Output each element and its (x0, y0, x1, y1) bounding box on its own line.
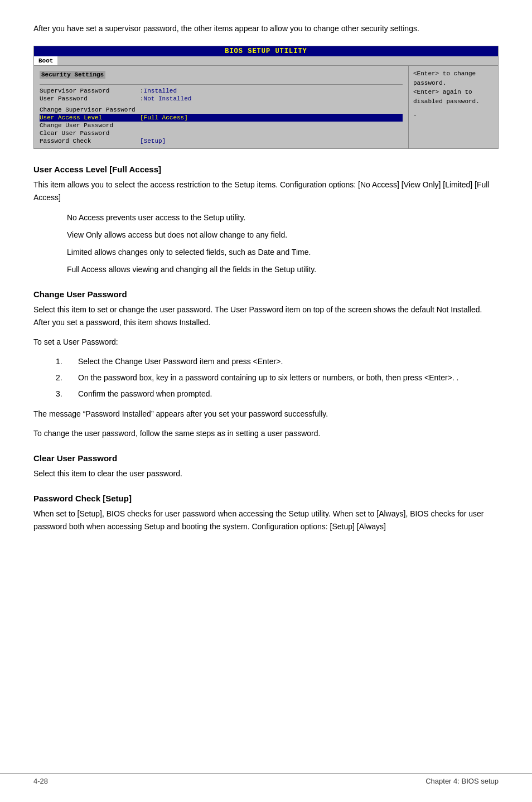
body-change-user-password-2: To set a User Password: (33, 336, 499, 349)
change-supervisor-label: Change Supervisor Password (40, 107, 140, 113)
heading-user-access-level: User Access Level [Full Access] (33, 165, 499, 174)
password-check-label: Password Check (40, 138, 140, 144)
numbered-list-change-password: 1. Select the Change User Password item … (56, 355, 499, 400)
body-after-list-1: The message “Password Installed” appears… (33, 408, 499, 421)
body-after-list-2: To change the user password, follow the … (33, 427, 499, 440)
section-clear-user-password: Clear User Password Select this item to … (33, 453, 499, 480)
indent-limited: Limited allows changes only to selected … (67, 246, 499, 259)
numbered-item-1: 1. Select the Change User Password item … (56, 355, 499, 368)
password-check-value: [Setup] (140, 138, 166, 144)
supervisor-password-label: Supervisor Password (40, 88, 140, 94)
sidebar-text: <Enter> to change password. <Enter> agai… (413, 69, 494, 120)
footer-right: Chapter 4: BIOS setup (425, 777, 499, 785)
bios-tab-boot[interactable]: Boot (34, 56, 57, 65)
item-text-1: Select the Change User Password item and… (78, 355, 499, 368)
user-password-value: Not Installed (144, 95, 192, 102)
supervisor-password-value: Installed (144, 88, 177, 94)
change-user-password-row[interactable]: Change User Password (40, 122, 403, 129)
numbered-item-3: 3. Confirm the password when prompted. (56, 388, 499, 400)
section-change-user-password: Change User Password Select this item to… (33, 289, 499, 440)
change-supervisor-row[interactable]: Change Supervisor Password (40, 106, 403, 114)
num-3: 3. (56, 388, 78, 400)
sidebar-line3: <Enter> again to (413, 88, 494, 97)
bios-main-panel: Security Settings Supervisor Password : … (34, 66, 409, 148)
body-password-check: When set to [Setup], BIOS checks for use… (33, 508, 499, 533)
sidebar-line1: <Enter> to change (413, 69, 494, 79)
change-user-password-label: Change User Password (40, 122, 140, 129)
password-check-row[interactable]: Password Check [Setup] (40, 137, 403, 145)
user-access-level-label: User Access Level (40, 114, 140, 121)
heading-clear-user-password: Clear User Password (33, 453, 499, 463)
user-password-row: User Password : Not Installed (40, 95, 403, 103)
bios-body: Security Settings Supervisor Password : … (34, 66, 498, 148)
indent-no-access: No Access prevents user access to the Se… (67, 211, 499, 224)
heading-change-user-password: Change User Password (33, 289, 499, 299)
bios-title: BIOS SETUP UTILITY (34, 46, 498, 56)
sidebar-dash: - (413, 110, 494, 120)
body-change-user-password-1: Select this item to set or change the us… (33, 303, 499, 329)
clear-user-password-label: Clear User Password (40, 130, 140, 137)
page-footer: 4-28 Chapter 4: BIOS setup (0, 773, 532, 785)
section-user-access-level: User Access Level [Full Access] This ite… (33, 165, 499, 276)
intro-paragraph: After you have set a supervisor password… (33, 22, 499, 35)
bios-action-rows: Change Supervisor Password User Access L… (40, 106, 403, 145)
sidebar-line4: disabled password. (413, 97, 494, 107)
bios-divider (40, 84, 403, 85)
user-access-level-value: [Full Access] (140, 114, 188, 121)
user-password-label: User Password (40, 95, 140, 102)
supervisor-password-row: Supervisor Password : Installed (40, 87, 403, 95)
user-password-sep: : (140, 95, 144, 102)
body-clear-user-password: Select this item to clear the user passw… (33, 467, 499, 480)
heading-password-check: Password Check [Setup] (33, 494, 499, 503)
bios-sidebar: <Enter> to change password. <Enter> agai… (409, 66, 498, 148)
user-access-level-row[interactable]: User Access Level [Full Access] (40, 114, 403, 122)
item-text-3: Confirm the password when prompted. (78, 388, 499, 400)
num-2: 2. (56, 371, 78, 384)
bios-tab-bar: Boot (34, 56, 498, 66)
bios-box: BIOS SETUP UTILITY Boot Security Setting… (33, 46, 499, 149)
body-user-access-level: This item allows you to select the acces… (33, 178, 499, 204)
num-1: 1. (56, 355, 78, 368)
section-password-check: Password Check [Setup] When set to [Setu… (33, 494, 499, 533)
footer-left: 4-28 (33, 777, 48, 785)
numbered-item-2: 2. On the password box, key in a passwor… (56, 371, 499, 384)
bios-section-title: Security Settings (40, 71, 105, 79)
item-text-2: On the password box, key in a password c… (78, 371, 499, 384)
indent-full-access: Full Access allows viewing and changing … (67, 263, 499, 276)
sidebar-line2: password. (413, 79, 494, 88)
supervisor-password-sep: : (140, 88, 144, 94)
clear-user-password-row[interactable]: Clear User Password (40, 129, 403, 137)
indent-view-only: View Only allows access but does not all… (67, 229, 499, 241)
